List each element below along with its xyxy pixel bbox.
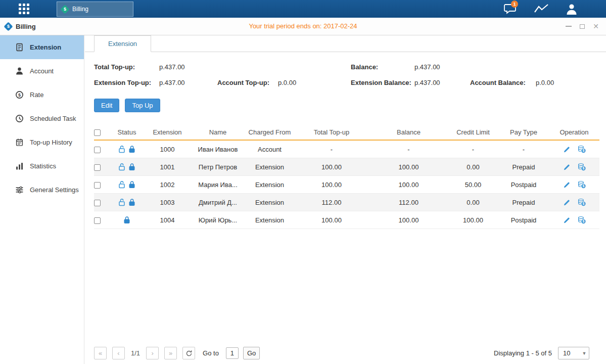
total-top-up-label: Total Top-up:	[94, 63, 135, 71]
reports-icon[interactable]	[533, 4, 550, 17]
sidebar-item-rate[interactable]: $Rate	[0, 83, 84, 107]
svg-text:$: $	[18, 93, 21, 98]
edit-icon[interactable]	[563, 216, 571, 224]
top-up-icon[interactable]: $	[578, 216, 586, 224]
table-row[interactable]: 1000 Иван Иванов Account - - - - $	[94, 141, 599, 158]
top-up-icon[interactable]: $	[578, 198, 586, 206]
operation-cell: $	[549, 145, 599, 153]
name-cell: Петр Петров	[190, 163, 246, 171]
sidebar-item-account[interactable]: Account	[0, 59, 84, 83]
refresh-icon[interactable]	[182, 347, 195, 359]
table-row[interactable]: 1003 Дмитрий Д... Extension 112.00 112.0…	[94, 194, 599, 211]
page-size-value: 10	[558, 349, 580, 357]
summary-panel: Total Top-up: p.437.00 Balance: p.437.00…	[94, 52, 599, 95]
topbar-tab-billing[interactable]: $ Billing	[57, 2, 133, 17]
window-controls: ✕	[566, 18, 599, 35]
credit-limit-cell: 50.00	[448, 181, 498, 189]
top-up-icon[interactable]: $	[578, 180, 586, 189]
tab-extension[interactable]: Extension	[94, 35, 151, 52]
total-top-up-cell: 100.00	[294, 181, 369, 189]
total-top-up-cell: 100.00	[294, 216, 369, 224]
page-size-select[interactable]: 10 ▼	[558, 347, 589, 359]
credit-limit-cell: 100.00	[448, 216, 498, 224]
close-icon[interactable]: ✕	[593, 23, 599, 30]
total-top-up-value: p.437.00	[159, 63, 185, 71]
table-row[interactable]: 1002 Мария Ива... Extension 100.00 100.0…	[94, 176, 599, 194]
minimize-icon[interactable]	[566, 26, 572, 27]
locked-icon[interactable]	[128, 145, 136, 153]
messages-icon[interactable]: 1	[502, 3, 519, 16]
top-up-icon[interactable]: $	[578, 163, 586, 171]
extension-cell: 1003	[145, 199, 190, 206]
row-checkbox[interactable]	[94, 164, 101, 171]
locked-icon[interactable]	[123, 216, 131, 224]
table-body: 1000 Иван Иванов Account - - - - $	[94, 141, 599, 229]
edit-icon[interactable]	[563, 163, 571, 171]
last-page-button[interactable]: »	[164, 347, 177, 359]
top-up-icon[interactable]: $	[578, 145, 586, 153]
edit-icon[interactable]	[563, 146, 571, 153]
notification-badge: 1	[511, 1, 518, 8]
user-icon[interactable]	[563, 3, 580, 16]
go-button[interactable]: Go	[243, 347, 260, 359]
top-up-button[interactable]: Top Up	[125, 99, 160, 112]
column-total-top-up: Total Top-up	[294, 128, 369, 136]
locked-icon[interactable]	[128, 163, 136, 171]
sidebar-item-statistics[interactable]: Statistics	[0, 154, 84, 178]
prev-page-button[interactable]: ‹	[112, 347, 125, 359]
row-checkbox[interactable]	[94, 217, 101, 224]
first-page-button[interactable]: «	[94, 347, 107, 359]
extension-table: Status Extension Name Charged From Total…	[94, 124, 599, 229]
locked-icon[interactable]	[128, 198, 136, 206]
table-row[interactable]: 1001 Петр Петров Extension 100.00 100.00…	[94, 158, 599, 176]
sidebar-item-general-settings[interactable]: General Settings	[0, 178, 84, 202]
row-checkbox[interactable]	[94, 200, 101, 206]
extension-cell: 1002	[145, 181, 190, 189]
bar-chart-icon	[15, 162, 24, 170]
svg-text:$: $	[582, 219, 584, 223]
row-checkbox[interactable]	[94, 182, 101, 189]
unlocked-icon[interactable]	[118, 198, 126, 206]
pay-type-cell: Postpaid	[498, 181, 549, 189]
unlocked-icon[interactable]	[118, 145, 126, 153]
status-cell	[109, 216, 145, 224]
trial-notice: Your trial period ends on: 2017-02-24	[0, 18, 606, 35]
sidebar: ExtensionAccount$RateScheduled TaskTop-u…	[0, 35, 84, 364]
row-checkbox[interactable]	[94, 147, 101, 153]
balance-cell: 112.00	[369, 199, 448, 206]
maximize-icon[interactable]	[580, 24, 585, 29]
unlocked-icon[interactable]	[118, 180, 126, 189]
pay-type-cell: Prepaid	[498, 163, 549, 171]
pay-type-cell: Prepaid	[498, 199, 549, 206]
apps-grid-icon[interactable]	[19, 4, 29, 14]
sidebar-item-extension[interactable]: Extension	[0, 35, 84, 59]
column-name: Name	[190, 128, 246, 136]
svg-text:$: $	[582, 202, 584, 206]
charged-from-cell: Extension	[246, 181, 294, 189]
name-cell: Дмитрий Д...	[190, 199, 246, 206]
unlocked-icon[interactable]	[118, 163, 126, 171]
sidebar-item-top-up-history[interactable]: Top-up History	[0, 130, 84, 154]
edit-icon[interactable]	[563, 199, 571, 206]
billing-app-icon: $	[60, 5, 69, 14]
charged-from-cell: Extension	[246, 216, 294, 224]
sidebar-item-label: Rate	[30, 91, 43, 99]
sidebar-item-label: General Settings	[30, 186, 79, 194]
locked-icon[interactable]	[128, 180, 136, 189]
account-top-up-value: p.0.00	[278, 79, 296, 86]
balance-cell: -	[369, 146, 448, 153]
edit-icon[interactable]	[563, 181, 571, 189]
table-row[interactable]: 1004 Юрий Юрь... Extension 100.00 100.00…	[94, 211, 599, 229]
extension-balance-value: p.437.00	[414, 79, 440, 86]
sidebar-item-label: Scheduled Task	[30, 115, 76, 122]
extension-cell: 1000	[145, 146, 190, 153]
select-all-checkbox[interactable]	[94, 129, 101, 136]
balance-cell: 100.00	[369, 163, 448, 171]
credit-limit-cell: -	[448, 146, 498, 153]
next-page-button[interactable]: ›	[146, 347, 159, 359]
credit-limit-cell: 0.00	[448, 163, 498, 171]
goto-page-input[interactable]	[226, 347, 239, 359]
svg-text:$: $	[582, 149, 584, 153]
edit-button[interactable]: Edit	[94, 99, 119, 112]
sidebar-item-scheduled-task[interactable]: Scheduled Task	[0, 107, 84, 130]
